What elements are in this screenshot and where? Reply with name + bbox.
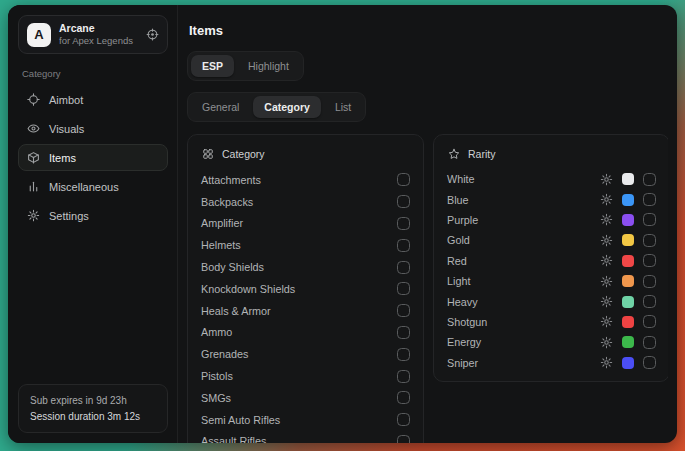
rarity-row: Blue [447, 189, 656, 209]
color-swatch[interactable] [622, 234, 634, 246]
gear-icon[interactable] [600, 356, 613, 369]
crosshair-icon [27, 93, 40, 106]
sidebar-item-visuals[interactable]: Visuals [18, 115, 168, 142]
rarity-row: Light [447, 271, 656, 291]
category-item-label: Attachments [201, 174, 261, 186]
sidebar-item-settings[interactable]: Settings [18, 202, 168, 229]
category-panel: Category AttachmentsBackpacksAmplifierHe… [187, 134, 424, 443]
color-swatch[interactable] [622, 275, 634, 287]
checkbox[interactable] [643, 315, 656, 328]
checkbox[interactable] [643, 295, 656, 308]
color-swatch[interactable] [622, 214, 634, 226]
sidebar-item-label: Aimbot [49, 94, 83, 106]
box-icon [27, 151, 40, 164]
rarity-row: Purple [447, 210, 656, 230]
rarity-item-label: Sniper [447, 357, 478, 369]
rarity-item-label: Red [447, 255, 467, 267]
checkbox[interactable] [643, 234, 656, 247]
gear-icon[interactable] [600, 295, 613, 308]
subscription-info-card: Sub expires in 9d 23h Session duration 3… [18, 384, 168, 433]
color-swatch[interactable] [622, 173, 634, 185]
target-icon[interactable] [146, 28, 159, 41]
checkbox[interactable] [397, 435, 410, 443]
category-item-label: Semi Auto Rifles [201, 414, 280, 426]
gear-icon[interactable] [600, 275, 613, 288]
checkbox[interactable] [397, 282, 410, 295]
category-item-label: Ammo [201, 326, 232, 338]
view-tab-group: GeneralCategoryList [187, 92, 366, 122]
checkbox[interactable] [397, 173, 410, 186]
checkbox[interactable] [643, 336, 656, 349]
color-swatch[interactable] [622, 255, 634, 267]
gear-icon[interactable] [600, 254, 613, 267]
sidebar-item-miscellaneous[interactable]: Miscellaneous [18, 173, 168, 200]
checkbox[interactable] [643, 254, 656, 267]
eye-icon [27, 122, 40, 135]
gear-icon[interactable] [600, 315, 613, 328]
gear-icon[interactable] [600, 234, 613, 247]
grid-icon [202, 148, 214, 160]
category-item-label: Amplifier [201, 217, 243, 229]
checkbox[interactable] [397, 348, 410, 361]
color-swatch[interactable] [622, 336, 634, 348]
gear-icon[interactable] [600, 213, 613, 226]
checkbox[interactable] [397, 217, 410, 230]
tab-list[interactable]: List [324, 96, 362, 118]
category-row: Amplifier [201, 213, 410, 235]
checkbox[interactable] [397, 370, 410, 383]
checkbox[interactable] [643, 356, 656, 369]
sidebar-item-label: Miscellaneous [49, 181, 119, 193]
category-row: Backpacks [201, 191, 410, 213]
tab-category[interactable]: Category [253, 96, 321, 118]
bars-icon [27, 180, 40, 193]
checkbox[interactable] [643, 173, 656, 186]
color-swatch[interactable] [622, 194, 634, 206]
color-swatch[interactable] [622, 296, 634, 308]
checkbox[interactable] [397, 239, 410, 252]
color-swatch[interactable] [622, 316, 634, 328]
color-swatch[interactable] [622, 357, 634, 369]
app-subtitle: for Apex Legends [59, 35, 138, 47]
checkbox[interactable] [643, 213, 656, 226]
panels-row: Category AttachmentsBackpacksAmplifierHe… [187, 134, 668, 443]
gear-icon[interactable] [600, 336, 613, 349]
category-row: Assault Rifles [201, 431, 410, 443]
checkbox[interactable] [397, 261, 410, 274]
app-logo: A [27, 23, 51, 47]
category-item-label: Pistols [201, 370, 233, 382]
checkbox[interactable] [643, 275, 656, 288]
arcane-window: A Arcane for Apex Legends Category Aimbo… [8, 5, 677, 443]
tab-esp[interactable]: ESP [191, 55, 234, 77]
category-row: Knockdown Shields [201, 278, 410, 300]
category-item-label: Body Shields [201, 261, 264, 273]
rarity-item-label: Purple [447, 214, 478, 226]
checkbox[interactable] [397, 304, 410, 317]
checkbox[interactable] [397, 391, 410, 404]
category-panel-title: Category [222, 148, 265, 160]
tab-highlight[interactable]: Highlight [237, 55, 300, 77]
rarity-item-label: Light [447, 275, 470, 287]
gear-icon[interactable] [600, 173, 613, 186]
rarity-row: Heavy [447, 291, 656, 311]
checkbox[interactable] [397, 195, 410, 208]
rarity-item-label: White [447, 173, 475, 185]
category-row: Pistols [201, 365, 410, 387]
checkbox[interactable] [397, 326, 410, 339]
checkbox[interactable] [643, 193, 656, 206]
sidebar-item-aimbot[interactable]: Aimbot [18, 86, 168, 113]
checkbox[interactable] [397, 413, 410, 426]
gear-icon[interactable] [600, 193, 613, 206]
sub-expiry-text: Sub expires in 9d 23h [30, 393, 156, 409]
category-row: Ammo [201, 322, 410, 344]
sidebar-nav: AimbotVisualsItemsMiscellaneousSettings [18, 86, 168, 231]
rarity-panel-title: Rarity [468, 148, 495, 160]
category-row: Semi Auto Rifles [201, 409, 410, 431]
star-icon [448, 148, 460, 160]
category-row: Heals & Armor [201, 300, 410, 322]
category-item-label: Heals & Armor [201, 305, 271, 317]
rarity-item-label: Gold [447, 234, 470, 246]
sidebar-item-items[interactable]: Items [18, 144, 168, 171]
tab-general[interactable]: General [191, 96, 250, 118]
rarity-item-label: Energy [447, 336, 481, 348]
rarity-item-label: Blue [447, 194, 469, 206]
